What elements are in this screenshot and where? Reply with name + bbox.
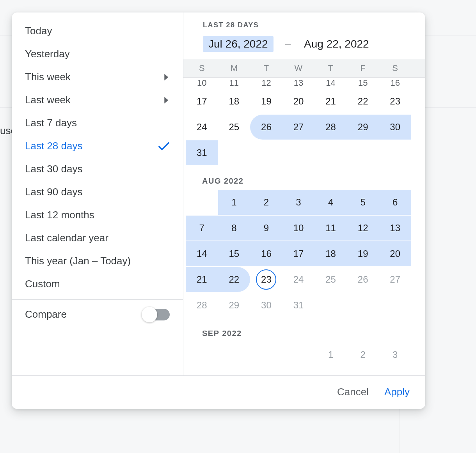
calendar-day[interactable]: 20 [282, 89, 315, 114]
calendar-day[interactable]: 13 [379, 216, 411, 241]
calendar-day[interactable]: 23 [250, 267, 282, 292]
calendar-day[interactable]: 14 [314, 78, 347, 88]
compare-label: Compare [25, 308, 67, 320]
calendar-day[interactable]: 8 [218, 216, 250, 241]
calendar-day[interactable]: 2 [347, 342, 379, 367]
compare-toggle[interactable] [142, 309, 170, 320]
calendar-day[interactable]: 22 [347, 89, 379, 114]
calendar-day[interactable]: 17 [186, 89, 218, 114]
calendar-day[interactable]: 18 [218, 89, 250, 114]
calendar-day[interactable]: 11 [314, 216, 347, 241]
preset-this-week[interactable]: This week [12, 65, 183, 88]
preset-label: This year (Jan – Today) [25, 255, 131, 267]
today-ring-icon [256, 269, 276, 290]
range-end-date[interactable]: Aug 22, 2022 [302, 36, 371, 52]
calendar-day[interactable]: 23 [379, 89, 411, 114]
calendar-day[interactable]: 16 [250, 241, 282, 266]
dow-cell: M [218, 63, 250, 73]
calendar-day[interactable]: 27 [379, 267, 411, 292]
calendar-day[interactable]: 25 [218, 115, 250, 140]
dow-cell: T [250, 63, 282, 73]
preset-custom[interactable]: Custom [12, 273, 183, 296]
calendar-day [282, 342, 315, 367]
preset-label: Today [25, 25, 52, 37]
calendar-day[interactable]: 10 [186, 78, 218, 88]
range-dates: Jul 26, 2022 – Aug 22, 2022 [203, 36, 406, 52]
calendar-day[interactable]: 26 [347, 267, 379, 292]
calendar-day[interactable]: 12 [347, 216, 379, 241]
calendar-scroll[interactable]: 1011121314151617181920212223242526272829… [183, 78, 425, 375]
calendar-day[interactable]: 31 [186, 140, 218, 165]
calendar-day [314, 140, 347, 165]
preset-this-year[interactable]: This year (Jan – Today) [12, 250, 183, 273]
calendar-day [347, 293, 379, 318]
preset-last-30[interactable]: Last 30 days [12, 157, 183, 180]
calendar-day[interactable]: 4 [314, 190, 347, 215]
dow-cell: T [314, 63, 347, 73]
range-preset-label: LAST 28 DAYS [203, 21, 406, 29]
preset-last-28[interactable]: Last 28 days [12, 134, 183, 157]
calendar-day[interactable]: 29 [347, 115, 379, 140]
preset-last-week[interactable]: Last week [12, 88, 183, 111]
calendar-day[interactable]: 18 [314, 241, 347, 266]
preset-yesterday[interactable]: Yesterday [12, 42, 183, 65]
calendar-day[interactable]: 17 [282, 241, 315, 266]
preset-last-7[interactable]: Last 7 days [12, 111, 183, 134]
preset-last-90[interactable]: Last 90 days [12, 180, 183, 203]
calendar-day [379, 293, 411, 318]
calendar-day[interactable]: 12 [250, 78, 282, 88]
calendar-day[interactable]: 25 [314, 267, 347, 292]
calendar-day[interactable]: 28 [314, 115, 347, 140]
toggle-knob [142, 307, 157, 322]
calendar-day[interactable]: 15 [347, 78, 379, 88]
calendar-day[interactable]: 2 [250, 190, 282, 215]
calendar-day[interactable]: 22 [218, 267, 250, 292]
preset-label: Last 30 days [25, 163, 82, 175]
calendar-day [218, 342, 250, 367]
preset-label: Last 28 days [25, 140, 82, 152]
calendar-day[interactable]: 29 [218, 293, 250, 318]
calendar-day[interactable]: 7 [186, 216, 218, 241]
dow-cell: W [282, 63, 315, 73]
calendar-day[interactable]: 28 [186, 293, 218, 318]
calendar-day[interactable]: 3 [379, 342, 411, 367]
apply-button[interactable]: Apply [384, 386, 410, 398]
cancel-button[interactable]: Cancel [337, 386, 369, 398]
calendar-day[interactable]: 13 [282, 78, 315, 88]
calendar-day[interactable]: 24 [282, 267, 315, 292]
calendar-day[interactable]: 10 [282, 216, 315, 241]
calendar-day[interactable]: 6 [379, 190, 411, 215]
chevron-right-icon [163, 96, 170, 104]
calendar-day[interactable]: 21 [314, 89, 347, 114]
calendar-day[interactable]: 26 [250, 115, 282, 140]
calendar-day[interactable]: 9 [250, 216, 282, 241]
calendar-day[interactable]: 1 [314, 342, 347, 367]
calendar-day[interactable]: 16 [379, 78, 411, 88]
calendar-day[interactable]: 30 [250, 293, 282, 318]
calendar-day [186, 342, 218, 367]
calendar-day[interactable]: 20 [379, 241, 411, 266]
calendar-day[interactable]: 19 [347, 241, 379, 266]
calendar-day[interactable]: 31 [282, 293, 315, 318]
dow-cell: S [186, 63, 218, 73]
preset-label: Last week [25, 94, 71, 106]
month-label: SEP 2022 [186, 318, 411, 342]
preset-last-12m[interactable]: Last 12 months [12, 203, 183, 226]
calendar-day[interactable]: 1 [218, 190, 250, 215]
preset-last-cal-year[interactable]: Last calendar year [12, 226, 183, 250]
day-of-week-header: SMTWTFS [183, 59, 425, 78]
calendar-day[interactable]: 3 [282, 190, 315, 215]
calendar-day[interactable]: 21 [186, 267, 218, 292]
calendar-day[interactable]: 14 [186, 241, 218, 266]
calendar-day[interactable]: 30 [379, 115, 411, 140]
calendar-day [186, 190, 218, 215]
preset-today[interactable]: Today [12, 19, 183, 42]
calendar-day[interactable]: 15 [218, 241, 250, 266]
range-start-date[interactable]: Jul 26, 2022 [203, 36, 274, 52]
calendar-day[interactable]: 11 [218, 78, 250, 88]
calendar-day[interactable]: 27 [282, 115, 315, 140]
calendar-day[interactable]: 19 [250, 89, 282, 114]
calendar-day [282, 140, 315, 165]
calendar-day[interactable]: 24 [186, 115, 218, 140]
calendar-day[interactable]: 5 [347, 190, 379, 215]
